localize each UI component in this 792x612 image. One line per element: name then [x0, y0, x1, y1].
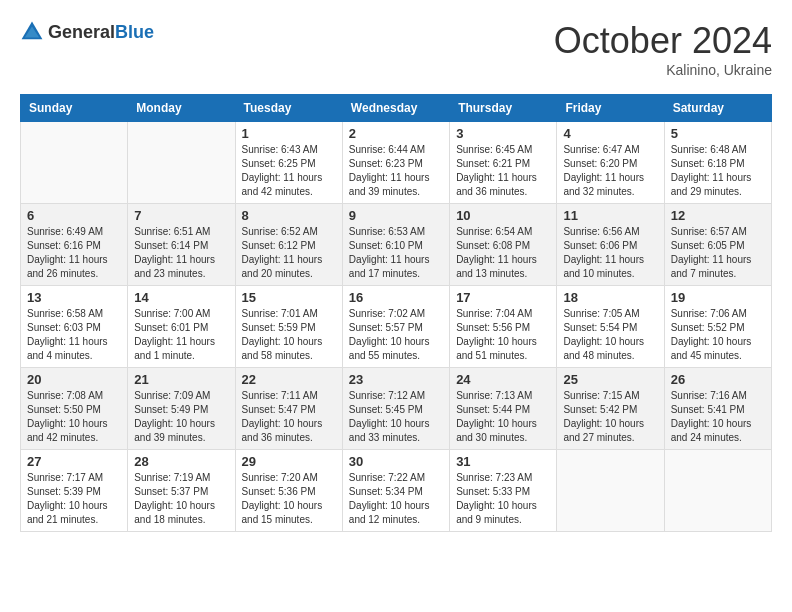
calendar-table: SundayMondayTuesdayWednesdayThursdayFrid…: [20, 94, 772, 532]
day-info: Sunrise: 7:17 AMSunset: 5:39 PMDaylight:…: [27, 471, 121, 527]
day-info: Sunrise: 6:49 AMSunset: 6:16 PMDaylight:…: [27, 225, 121, 281]
day-info: Sunrise: 7:19 AMSunset: 5:37 PMDaylight:…: [134, 471, 228, 527]
day-info: Sunrise: 7:08 AMSunset: 5:50 PMDaylight:…: [27, 389, 121, 445]
day-header-saturday: Saturday: [664, 95, 771, 122]
day-number: 30: [349, 454, 443, 469]
day-cell-10: 10Sunrise: 6:54 AMSunset: 6:08 PMDayligh…: [450, 204, 557, 286]
day-cell-13: 13Sunrise: 6:58 AMSunset: 6:03 PMDayligh…: [21, 286, 128, 368]
day-number: 19: [671, 290, 765, 305]
logo-general: General: [48, 22, 115, 42]
day-header-monday: Monday: [128, 95, 235, 122]
day-cell-9: 9Sunrise: 6:53 AMSunset: 6:10 PMDaylight…: [342, 204, 449, 286]
day-number: 24: [456, 372, 550, 387]
day-info: Sunrise: 7:16 AMSunset: 5:41 PMDaylight:…: [671, 389, 765, 445]
day-cell-6: 6Sunrise: 6:49 AMSunset: 6:16 PMDaylight…: [21, 204, 128, 286]
logo-icon: [20, 20, 44, 44]
day-info: Sunrise: 7:00 AMSunset: 6:01 PMDaylight:…: [134, 307, 228, 363]
day-number: 31: [456, 454, 550, 469]
day-number: 17: [456, 290, 550, 305]
empty-cell: [664, 450, 771, 532]
day-cell-2: 2Sunrise: 6:44 AMSunset: 6:23 PMDaylight…: [342, 122, 449, 204]
day-info: Sunrise: 7:01 AMSunset: 5:59 PMDaylight:…: [242, 307, 336, 363]
day-number: 10: [456, 208, 550, 223]
day-number: 3: [456, 126, 550, 141]
day-info: Sunrise: 7:13 AMSunset: 5:44 PMDaylight:…: [456, 389, 550, 445]
day-number: 18: [563, 290, 657, 305]
day-info: Sunrise: 7:06 AMSunset: 5:52 PMDaylight:…: [671, 307, 765, 363]
day-info: Sunrise: 7:11 AMSunset: 5:47 PMDaylight:…: [242, 389, 336, 445]
calendar-week-1: 1Sunrise: 6:43 AMSunset: 6:25 PMDaylight…: [21, 122, 772, 204]
day-cell-5: 5Sunrise: 6:48 AMSunset: 6:18 PMDaylight…: [664, 122, 771, 204]
day-number: 5: [671, 126, 765, 141]
empty-cell: [21, 122, 128, 204]
day-cell-4: 4Sunrise: 6:47 AMSunset: 6:20 PMDaylight…: [557, 122, 664, 204]
logo: GeneralBlue: [20, 20, 154, 44]
day-number: 23: [349, 372, 443, 387]
day-cell-8: 8Sunrise: 6:52 AMSunset: 6:12 PMDaylight…: [235, 204, 342, 286]
location: Kalinino, Ukraine: [554, 62, 772, 78]
day-info: Sunrise: 7:02 AMSunset: 5:57 PMDaylight:…: [349, 307, 443, 363]
day-number: 12: [671, 208, 765, 223]
day-number: 28: [134, 454, 228, 469]
day-header-thursday: Thursday: [450, 95, 557, 122]
day-number: 9: [349, 208, 443, 223]
day-number: 13: [27, 290, 121, 305]
day-cell-25: 25Sunrise: 7:15 AMSunset: 5:42 PMDayligh…: [557, 368, 664, 450]
day-info: Sunrise: 6:51 AMSunset: 6:14 PMDaylight:…: [134, 225, 228, 281]
day-number: 8: [242, 208, 336, 223]
day-number: 27: [27, 454, 121, 469]
calendar-header-row: SundayMondayTuesdayWednesdayThursdayFrid…: [21, 95, 772, 122]
day-number: 16: [349, 290, 443, 305]
day-info: Sunrise: 7:20 AMSunset: 5:36 PMDaylight:…: [242, 471, 336, 527]
day-info: Sunrise: 6:58 AMSunset: 6:03 PMDaylight:…: [27, 307, 121, 363]
day-info: Sunrise: 7:22 AMSunset: 5:34 PMDaylight:…: [349, 471, 443, 527]
day-cell-21: 21Sunrise: 7:09 AMSunset: 5:49 PMDayligh…: [128, 368, 235, 450]
logo-blue: Blue: [115, 22, 154, 42]
day-info: Sunrise: 6:44 AMSunset: 6:23 PMDaylight:…: [349, 143, 443, 199]
day-cell-31: 31Sunrise: 7:23 AMSunset: 5:33 PMDayligh…: [450, 450, 557, 532]
day-info: Sunrise: 7:05 AMSunset: 5:54 PMDaylight:…: [563, 307, 657, 363]
day-cell-17: 17Sunrise: 7:04 AMSunset: 5:56 PMDayligh…: [450, 286, 557, 368]
month-title: October 2024: [554, 20, 772, 62]
day-cell-7: 7Sunrise: 6:51 AMSunset: 6:14 PMDaylight…: [128, 204, 235, 286]
day-cell-1: 1Sunrise: 6:43 AMSunset: 6:25 PMDaylight…: [235, 122, 342, 204]
day-number: 29: [242, 454, 336, 469]
day-cell-24: 24Sunrise: 7:13 AMSunset: 5:44 PMDayligh…: [450, 368, 557, 450]
day-number: 25: [563, 372, 657, 387]
day-header-sunday: Sunday: [21, 95, 128, 122]
day-info: Sunrise: 6:53 AMSunset: 6:10 PMDaylight:…: [349, 225, 443, 281]
day-cell-16: 16Sunrise: 7:02 AMSunset: 5:57 PMDayligh…: [342, 286, 449, 368]
day-cell-29: 29Sunrise: 7:20 AMSunset: 5:36 PMDayligh…: [235, 450, 342, 532]
day-number: 15: [242, 290, 336, 305]
day-number: 22: [242, 372, 336, 387]
day-number: 14: [134, 290, 228, 305]
empty-cell: [128, 122, 235, 204]
day-number: 6: [27, 208, 121, 223]
day-info: Sunrise: 6:47 AMSunset: 6:20 PMDaylight:…: [563, 143, 657, 199]
day-info: Sunrise: 6:56 AMSunset: 6:06 PMDaylight:…: [563, 225, 657, 281]
day-cell-19: 19Sunrise: 7:06 AMSunset: 5:52 PMDayligh…: [664, 286, 771, 368]
page-header: GeneralBlue October 2024 Kalinino, Ukrai…: [20, 20, 772, 78]
calendar-week-5: 27Sunrise: 7:17 AMSunset: 5:39 PMDayligh…: [21, 450, 772, 532]
day-info: Sunrise: 7:23 AMSunset: 5:33 PMDaylight:…: [456, 471, 550, 527]
calendar-week-2: 6Sunrise: 6:49 AMSunset: 6:16 PMDaylight…: [21, 204, 772, 286]
day-cell-26: 26Sunrise: 7:16 AMSunset: 5:41 PMDayligh…: [664, 368, 771, 450]
day-info: Sunrise: 6:54 AMSunset: 6:08 PMDaylight:…: [456, 225, 550, 281]
day-number: 20: [27, 372, 121, 387]
day-number: 21: [134, 372, 228, 387]
day-cell-23: 23Sunrise: 7:12 AMSunset: 5:45 PMDayligh…: [342, 368, 449, 450]
day-cell-11: 11Sunrise: 6:56 AMSunset: 6:06 PMDayligh…: [557, 204, 664, 286]
day-cell-20: 20Sunrise: 7:08 AMSunset: 5:50 PMDayligh…: [21, 368, 128, 450]
day-cell-3: 3Sunrise: 6:45 AMSunset: 6:21 PMDaylight…: [450, 122, 557, 204]
calendar-week-4: 20Sunrise: 7:08 AMSunset: 5:50 PMDayligh…: [21, 368, 772, 450]
day-cell-12: 12Sunrise: 6:57 AMSunset: 6:05 PMDayligh…: [664, 204, 771, 286]
day-number: 1: [242, 126, 336, 141]
day-info: Sunrise: 6:48 AMSunset: 6:18 PMDaylight:…: [671, 143, 765, 199]
empty-cell: [557, 450, 664, 532]
day-cell-27: 27Sunrise: 7:17 AMSunset: 5:39 PMDayligh…: [21, 450, 128, 532]
day-info: Sunrise: 6:43 AMSunset: 6:25 PMDaylight:…: [242, 143, 336, 199]
day-cell-22: 22Sunrise: 7:11 AMSunset: 5:47 PMDayligh…: [235, 368, 342, 450]
day-info: Sunrise: 6:52 AMSunset: 6:12 PMDaylight:…: [242, 225, 336, 281]
day-info: Sunrise: 7:09 AMSunset: 5:49 PMDaylight:…: [134, 389, 228, 445]
title-block: October 2024 Kalinino, Ukraine: [554, 20, 772, 78]
